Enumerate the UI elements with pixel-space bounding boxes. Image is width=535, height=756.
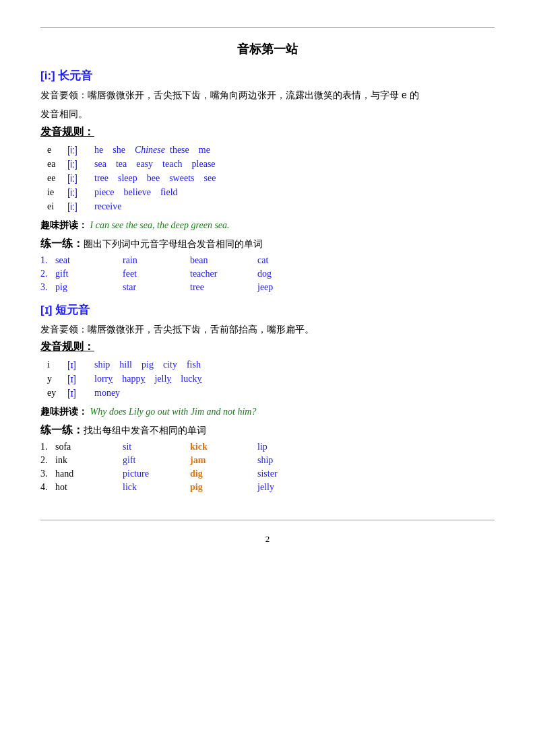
section1-heading: [i:] 长元音: [40, 68, 495, 83]
phoneme-e: e: [47, 143, 67, 158]
fun-read-section1: 趣味拼读： I can see the sea, the deep green …: [40, 219, 495, 232]
words-ee: tree sleep bee sweets see: [94, 172, 224, 186]
exercise2-row-1: 1. sofa sit kick lip: [40, 442, 495, 452]
rule-row-ea: ea [i:] sea tea easy teach please: [47, 158, 224, 172]
symbol-ie: [i:]: [67, 186, 94, 200]
phoneme-ie: ie: [47, 186, 67, 200]
page-title: 音标第一站: [40, 41, 495, 57]
rules-heading-2: 发音规则：: [40, 340, 495, 354]
phoneme2-i: i: [47, 358, 67, 372]
symbol-e: [i:]: [67, 143, 94, 158]
symbol2-i: [ɪ]: [67, 358, 94, 372]
exercise-row-3: 3. pig star tree jeep: [40, 282, 495, 293]
exercise2-row-2: 2. ink gift jam ship: [40, 455, 495, 466]
symbol-ea: [i:]: [67, 158, 94, 172]
symbol-ee: [i:]: [67, 172, 94, 186]
rule-row-e: e [i:] he she Chinese these me: [47, 143, 224, 158]
exercise2-row-3: 3. hand picture dig sister: [40, 469, 495, 479]
practice-label-section1: 练一练：圈出下列词中元音字母组合发音相同的单词: [40, 237, 495, 251]
phoneme2-y: y: [47, 372, 67, 386]
section1-desc1: 发音要领：嘴唇微微张开，舌尖抵下齿，嘴角向两边张开，流露出微笑的表情，与字母 e…: [40, 88, 495, 104]
phoneme-ea: ea: [47, 158, 67, 172]
words-ea: sea tea easy teach please: [94, 158, 224, 172]
words2-ey: money: [94, 386, 208, 401]
practice-label-section2: 练一练：找出每组中发音不相同的单词: [40, 423, 495, 438]
exercise-row-1: 1. seat rain bean cat: [40, 255, 495, 266]
top-rule: [40, 27, 495, 28]
bottom-rule: [40, 520, 495, 520]
fun-read-section2: 趣味拼读： Why does Lily go out with Jim and …: [40, 406, 495, 418]
words-ei: receive: [94, 200, 224, 214]
phoneme-ei: ei: [47, 200, 67, 214]
phoneme-ee: ee: [47, 172, 67, 186]
symbol-ei: [i:]: [67, 200, 94, 214]
section2-desc: 发音要领：嘴唇微微张开，舌尖抵下齿，舌前部抬高，嘴形扁平。: [40, 322, 495, 338]
section1-desc2: 发音相同。: [40, 106, 495, 123]
rules-heading: 发音规则：: [40, 125, 495, 139]
rule-row-ei: ei [i:] receive: [47, 200, 224, 214]
rule-row-ee: ee [i:] tree sleep bee sweets see: [47, 172, 224, 186]
section1-rules-table: e [i:] he she Chinese these me ea [i:] s…: [47, 143, 224, 214]
symbol2-y: [ɪ]: [67, 372, 94, 386]
words2-y: lorry happy jelly lucky: [94, 372, 208, 386]
section2-heading: [ɪ] 短元音: [40, 302, 495, 318]
section2-rules-table: i [ɪ] ship hill pig city fish y [ɪ] lorr…: [47, 358, 208, 401]
words-ie: piece believe field: [94, 186, 224, 200]
exercise-row-2: 2. gift feet teacher dog: [40, 269, 495, 279]
rule-row-ie: ie [i:] piece believe field: [47, 186, 224, 200]
words-e: he she Chinese these me: [94, 143, 224, 158]
page-number: 2: [40, 534, 495, 545]
rule2-row-y: y [ɪ] lorry happy jelly lucky: [47, 372, 208, 386]
exercise2-row-4: 4. hot lick pig jelly: [40, 482, 495, 493]
rule2-row-ey: ey [ɪ] money: [47, 386, 208, 401]
rule2-row-i: i [ɪ] ship hill pig city fish: [47, 358, 208, 372]
words2-i: ship hill pig city fish: [94, 358, 208, 372]
symbol2-ey: [ɪ]: [67, 386, 94, 401]
phoneme2-ey: ey: [47, 386, 67, 401]
